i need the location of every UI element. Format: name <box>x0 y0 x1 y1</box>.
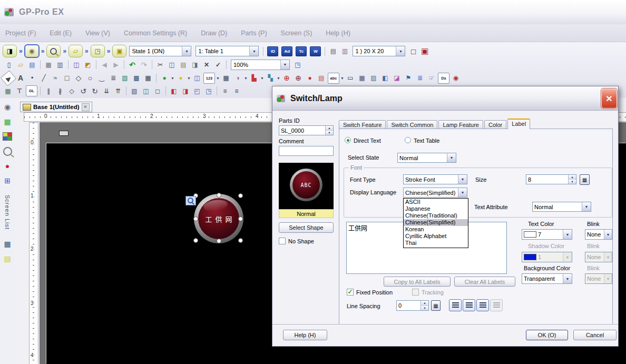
menu-item[interactable]: Help (H) <box>326 29 350 37</box>
palette-icon[interactable] <box>2 131 13 142</box>
parts-toolbox-icon[interactable] <box>2 160 13 172</box>
text-table-icon[interactable]: W <box>310 46 321 56</box>
close-icon[interactable]: ✕ <box>82 103 90 111</box>
menu-item[interactable]: Screen (S) <box>281 29 312 37</box>
selection-handle[interactable] <box>193 217 198 221</box>
simulation-launcher-icon[interactable] <box>69 45 83 57</box>
no-shape-checkbox[interactable] <box>279 238 286 244</box>
select-cursor-icon[interactable] <box>1 70 16 86</box>
font-type-combo[interactable]: Stroke Font ▼ <box>403 174 467 184</box>
language-option[interactable]: Thai <box>404 240 468 247</box>
chevron-icon[interactable]: » <box>107 47 111 55</box>
new-icon[interactable] <box>4 60 14 70</box>
size-input[interactable]: 8 ▲▼ <box>526 174 576 184</box>
comment-list-icon[interactable] <box>2 253 13 264</box>
window-part-icon[interactable] <box>345 73 356 83</box>
list-part-icon[interactable] <box>415 73 425 83</box>
grid-size-combo[interactable]: 1 ) 20 X 20▼ <box>353 46 405 56</box>
spinner[interactable]: ▲▼ <box>420 301 428 310</box>
dialog-tab[interactable]: Label <box>507 119 530 129</box>
forward-icon[interactable] <box>111 60 121 70</box>
chevron-down-icon[interactable]: ▼ <box>458 188 467 197</box>
chevron-down-icon[interactable]: ▼ <box>563 230 572 239</box>
document-tab[interactable]: Base 1(Untitled) ✕ <box>20 102 92 112</box>
zoom-tool-icon[interactable] <box>2 145 13 157</box>
send-backward-icon[interactable] <box>203 86 214 96</box>
selection-handle[interactable] <box>238 238 243 243</box>
animation-icon[interactable] <box>3 86 13 96</box>
language-option[interactable]: ASCII <box>404 199 468 205</box>
frame-marked-icon[interactable] <box>419 46 430 56</box>
table-tool-icon[interactable] <box>143 73 153 83</box>
meter-part-icon[interactable] <box>232 73 243 83</box>
graph-part-icon[interactable] <box>249 73 259 83</box>
screen-part-icon[interactable] <box>380 73 390 83</box>
clear-all-labels-button[interactable]: Clear All Labels <box>454 277 515 287</box>
cross-reference-icon[interactable] <box>328 46 338 56</box>
redo-icon[interactable] <box>139 60 149 70</box>
chevron-icon[interactable]: » <box>63 47 66 55</box>
chevron-icon[interactable]: » <box>19 47 23 55</box>
project-launcher-icon[interactable] <box>3 45 17 57</box>
gl-tag-icon[interactable]: GL <box>26 85 37 96</box>
text-part-icon[interactable]: abc <box>328 73 339 84</box>
dialog-tab[interactable]: Switch Feature <box>339 120 386 129</box>
send-back-icon[interactable] <box>180 86 191 96</box>
text-table-icon[interactable]: ID <box>267 46 278 56</box>
paste-icon[interactable] <box>178 60 189 70</box>
menu-item[interactable]: Common Settings (R) <box>124 29 187 37</box>
open-icon[interactable] <box>15 60 26 70</box>
copy-to-all-labels-button[interactable]: Copy to All Labels <box>384 277 451 287</box>
rotate-left-icon[interactable] <box>78 86 89 96</box>
menu-item[interactable]: Project (F) <box>5 29 36 37</box>
chevron-down-icon[interactable]: ▼ <box>182 46 191 56</box>
dialog-tab[interactable]: Lamp Feature <box>438 120 483 129</box>
language-option[interactable]: Chinese(Simplified) <box>404 219 468 226</box>
text-table-icon[interactable]: Tc <box>296 46 307 56</box>
preview-launcher-icon[interactable] <box>46 45 61 57</box>
touch-part-icon[interactable] <box>426 73 437 83</box>
chevron-down-icon[interactable]: ▼ <box>216 76 220 80</box>
insert-icon[interactable] <box>190 60 200 70</box>
text-tool-icon[interactable]: A <box>15 73 26 83</box>
print-icon[interactable] <box>43 60 54 70</box>
close-icon[interactable]: ✕ <box>601 88 617 109</box>
save-icon[interactable] <box>27 60 37 70</box>
small-part[interactable] <box>59 131 69 136</box>
message-part-icon[interactable] <box>316 73 327 83</box>
ok-button[interactable]: OK (O) <box>526 330 568 340</box>
line-spacing-keypad-icon[interactable] <box>431 300 441 311</box>
state-combo[interactable]: State 1 (ON)▼ <box>129 46 191 56</box>
direct-text-radio[interactable] <box>345 137 351 143</box>
chevron-down-icon[interactable]: ▼ <box>447 153 456 162</box>
monitor-launcher-icon[interactable] <box>112 45 126 57</box>
switch-part-icon[interactable] <box>159 73 170 83</box>
selection-handle[interactable] <box>238 193 243 198</box>
fixed-position-checkbox[interactable] <box>347 289 354 296</box>
chevron-icon[interactable]: » <box>85 47 89 55</box>
delete-icon[interactable] <box>201 60 212 70</box>
keypad-list-icon[interactable] <box>2 238 13 250</box>
menu-item[interactable]: Edit (E) <box>50 29 72 37</box>
bring-forward-icon[interactable] <box>192 86 202 96</box>
chevron-down-icon[interactable]: ▼ <box>170 76 175 80</box>
chevron-down-icon[interactable]: ▼ <box>187 76 191 80</box>
language-option[interactable]: Japanese <box>404 205 468 212</box>
flip-horizontal-icon[interactable] <box>113 86 123 96</box>
rectangle-tool-icon[interactable] <box>62 73 72 83</box>
align-center-button[interactable] <box>463 299 475 311</box>
text-table-icon[interactable]: Ad <box>281 46 292 56</box>
size-keypad-icon[interactable] <box>580 174 590 185</box>
help-button[interactable]: Help (H) <box>283 330 327 340</box>
menu-item[interactable]: View (V) <box>85 29 110 37</box>
align-right-button[interactable] <box>476 299 489 311</box>
chevron-down-icon[interactable]: ▼ <box>260 76 265 80</box>
project-window-icon[interactable] <box>2 101 13 113</box>
chevron-down-icon[interactable]: ▼ <box>280 60 289 70</box>
screen-list-icon[interactable] <box>2 175 13 186</box>
pipe-slash-icon[interactable] <box>55 86 65 96</box>
duplicate-icon[interactable] <box>83 60 93 70</box>
keypad-part-icon[interactable] <box>221 73 231 83</box>
select-shape-button[interactable]: Select Shape <box>279 222 334 233</box>
scale-tool-icon[interactable] <box>108 73 119 83</box>
